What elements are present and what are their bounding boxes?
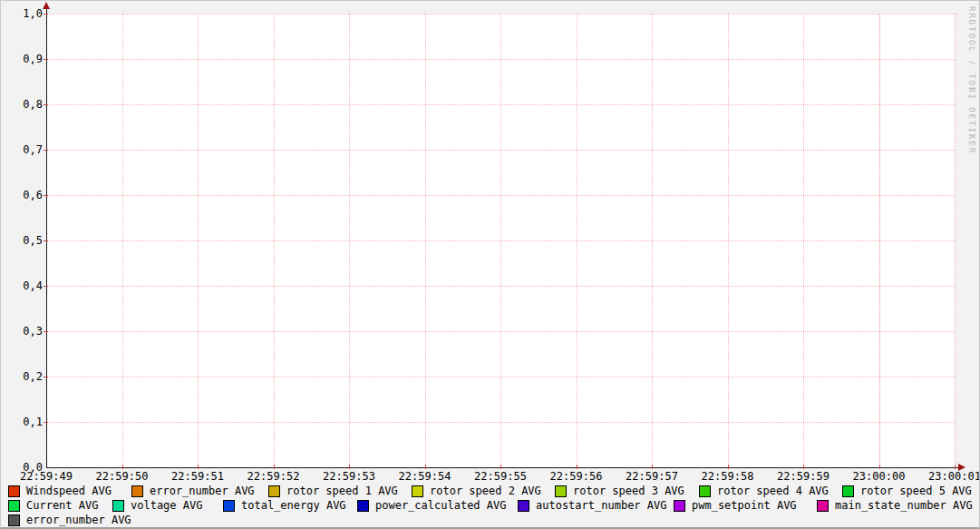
x-tick-mark — [652, 465, 653, 469]
gridline-v — [500, 14, 501, 467]
y-tick-mark — [44, 377, 48, 377]
x-tick-mark — [425, 465, 426, 469]
legend-label: rotor speed 1 AVG — [286, 485, 398, 497]
gridline-v — [879, 14, 880, 467]
x-tick-mark — [500, 465, 501, 469]
legend-item: main_state_number AVG — [817, 499, 973, 512]
x-tick-label: 22:59:57 — [613, 470, 691, 483]
legend-label: power_calculated AVG — [375, 499, 507, 512]
legend-label: autostart_number AVG — [536, 499, 667, 512]
y-tick-label: 0,6 — [12, 189, 43, 201]
x-tick-mark — [349, 465, 350, 469]
legend-label: error_number AVG — [26, 514, 131, 526]
watermark: RRDTOOL / TOBI OETIKER — [967, 6, 976, 154]
rrdtool-graph: 1,00,90,80,70,60,50,40,30,20,10,0 22:59:… — [0, 0, 980, 529]
gridline-v — [803, 14, 804, 467]
gridline-v — [122, 14, 123, 467]
x-tick-mark — [122, 465, 123, 469]
legend-label: main_state_number AVG — [835, 499, 973, 512]
x-tick-label: 22:59:58 — [689, 470, 767, 483]
x-tick-mark — [198, 465, 199, 469]
legend-item: Current AVG — [8, 499, 98, 512]
legend-label: rotor speed 5 AVG — [860, 485, 972, 497]
gridline-v — [274, 14, 275, 467]
legend-item: pwm_setpoint AVG — [674, 499, 797, 512]
legend-color-swatch — [699, 485, 711, 497]
legend-color-swatch — [518, 500, 529, 512]
y-tick-label: 0,2 — [12, 370, 43, 383]
x-tick-mark — [728, 465, 729, 469]
x-tick-label: 22:59:59 — [764, 470, 842, 483]
y-tick-label: 0,8 — [12, 98, 43, 111]
x-tick-label: 22:59:56 — [538, 470, 616, 483]
legend-label: Current AVG — [26, 499, 98, 512]
y-tick-mark — [44, 286, 48, 287]
legend-color-swatch — [817, 500, 829, 512]
legend-item: rotor speed 1 AVG — [268, 485, 398, 497]
legend-item: autostart_number AVG — [518, 499, 667, 512]
legend-color-swatch — [8, 500, 20, 512]
x-tick-label: 22:59:52 — [235, 470, 313, 483]
legend-color-swatch — [112, 500, 124, 512]
x-tick-mark — [879, 465, 880, 469]
plot-area — [46, 14, 955, 467]
legend-color-swatch — [412, 485, 423, 497]
legend-color-swatch — [268, 485, 280, 497]
legend-item: rotor speed 3 AVG — [555, 485, 684, 497]
y-tick-mark — [44, 59, 48, 60]
legend-item: total_energy AVG — [223, 499, 346, 512]
x-tick-label: 22:59:54 — [386, 470, 464, 483]
legend-label: total_energy AVG — [241, 499, 346, 512]
gridline-v — [425, 14, 426, 467]
y-tick-label: 0,3 — [12, 325, 43, 338]
y-tick-mark — [44, 240, 48, 241]
x-tick-label: 22:59:50 — [83, 470, 161, 483]
gridline-v — [652, 14, 653, 467]
legend-color-swatch — [8, 485, 20, 497]
legend-color-swatch — [131, 485, 143, 497]
gridline-v — [349, 14, 350, 467]
y-tick-label: 1,0 — [12, 7, 43, 20]
legend-color-swatch — [674, 500, 685, 512]
gridline-v — [955, 14, 956, 467]
y-tick-label: 0,5 — [12, 234, 43, 247]
legend-item: rotor speed 5 AVG — [842, 485, 972, 497]
x-tick-label: 22:59:55 — [461, 470, 539, 483]
x-tick-mark — [803, 465, 804, 469]
legend-color-swatch — [555, 485, 567, 497]
legend-label: pwm_setpoint AVG — [692, 499, 797, 512]
y-tick-mark — [44, 195, 48, 196]
x-tick-label: 23:00:00 — [840, 470, 918, 483]
x-tick-mark — [955, 465, 956, 469]
x-tick-label: 22:59:53 — [310, 470, 388, 483]
x-tick-label: 22:59:51 — [159, 470, 237, 483]
legend-color-swatch — [223, 500, 235, 512]
y-tick-label: 0,4 — [12, 279, 43, 292]
x-axis — [46, 467, 960, 468]
legend-item: Windspeed AVG — [8, 485, 112, 497]
legend-item: rotor speed 2 AVG — [412, 485, 541, 497]
x-tick-label: 22:59:49 — [7, 470, 85, 483]
legend-label: voltage AVG — [131, 499, 202, 512]
legend-color-swatch — [357, 500, 369, 512]
legend-item: power_calculated AVG — [357, 499, 507, 512]
legend-label: rotor speed 3 AVG — [573, 485, 684, 497]
legend-item: rotor speed 4 AVG — [699, 485, 829, 497]
y-tick-mark — [44, 331, 48, 332]
y-tick-label: 0,9 — [12, 53, 43, 65]
y-tick-mark — [44, 422, 48, 423]
y-axis-arrow-icon — [43, 2, 50, 9]
legend-color-swatch — [8, 514, 20, 526]
y-tick-mark — [44, 104, 48, 105]
legend-label: Windspeed AVG — [26, 485, 112, 497]
y-tick-mark — [44, 14, 48, 15]
legend-label: rotor speed 4 AVG — [717, 485, 829, 497]
x-tick-mark — [274, 465, 275, 469]
gridline-v — [728, 14, 729, 467]
legend-label: error_number AVG — [150, 485, 255, 497]
y-axis — [46, 6, 47, 468]
legend-color-swatch — [842, 485, 854, 497]
gridline-v — [198, 14, 199, 467]
y-tick-mark — [44, 150, 48, 151]
y-tick-label: 0,7 — [12, 143, 43, 156]
